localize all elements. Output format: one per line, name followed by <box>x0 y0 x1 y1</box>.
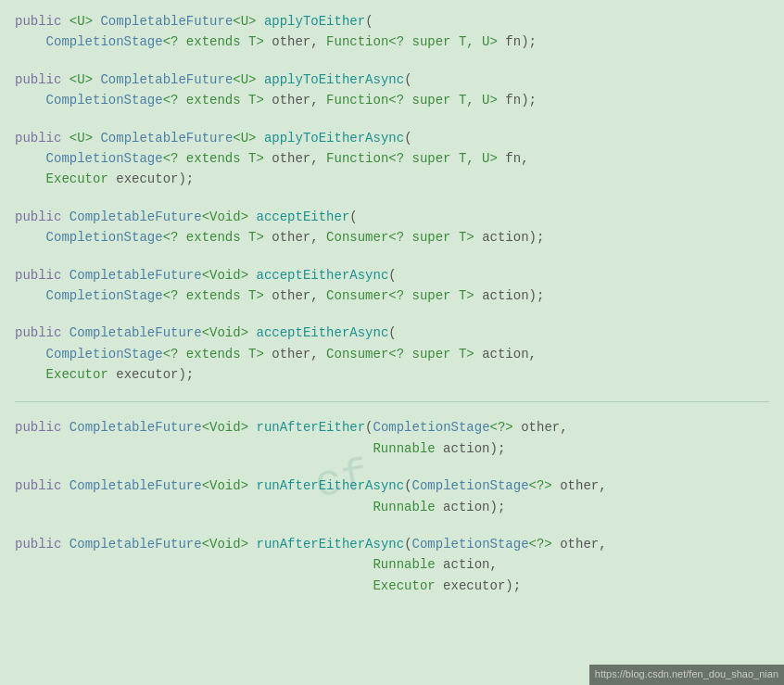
code-line: public <U> CompletableFuture<U> applyToE… <box>15 11 769 32</box>
code-line: public CompletableFuture<Void> runAfterE… <box>15 534 769 554</box>
code-line: CompletionStage<? extends T> other, Cons… <box>15 285 769 306</box>
code-line: Runnable action); <box>15 497 769 517</box>
code-container: public <U> CompletableFuture<U> applyToE… <box>0 0 784 685</box>
code-block-9: public CompletableFuture<Void> runAfterE… <box>15 534 769 596</box>
code-block-7: public CompletableFuture<Void> runAfterE… <box>15 417 769 459</box>
code-line: public CompletableFuture<Void> acceptEit… <box>15 207 769 227</box>
code-line: Executor executor); <box>15 169 769 189</box>
code-block-4: public CompletableFuture<Void> acceptEit… <box>15 207 769 248</box>
code-block-8: public CompletableFuture<Void> runAfterE… <box>15 476 769 517</box>
code-line: CompletionStage<? extends T> other, Func… <box>15 90 769 110</box>
code-line: CompletionStage<? extends T> other, Cons… <box>15 344 769 364</box>
code-line: public <U> CompletableFuture<U> applyToE… <box>15 128 769 148</box>
url-bar: https://blog.csdn.net/fen_dou_shao_nian <box>589 665 784 685</box>
code-line: Runnable action); <box>15 438 769 459</box>
code-block-3: public <U> CompletableFuture<U> applyToE… <box>15 128 769 190</box>
code-block-6: public CompletableFuture<Void> acceptEit… <box>15 323 769 385</box>
code-line: CompletionStage<? extends T> other, Cons… <box>15 227 769 247</box>
code-block-1: public <U> CompletableFuture<U> applyToE… <box>15 11 769 53</box>
code-block-2: public <U> CompletableFuture<U> applyToE… <box>15 70 769 111</box>
code-line: Executor executor); <box>15 576 769 596</box>
separator <box>15 401 769 402</box>
code-line: public CompletableFuture<Void> acceptEit… <box>15 323 769 343</box>
code-line: public CompletableFuture<Void> acceptEit… <box>15 265 769 285</box>
code-line: CompletionStage<? extends T> other, Func… <box>15 148 769 169</box>
code-line: Runnable action, <box>15 554 769 575</box>
code-block-5: public CompletableFuture<Void> acceptEit… <box>15 265 769 307</box>
code-line: Executor executor); <box>15 364 769 385</box>
code-line: public CompletableFuture<Void> runAfterE… <box>15 476 769 496</box>
code-line: public CompletableFuture<Void> runAfterE… <box>15 417 769 438</box>
code-line: CompletionStage<? extends T> other, Func… <box>15 32 769 52</box>
code-line: public <U> CompletableFuture<U> applyToE… <box>15 70 769 90</box>
